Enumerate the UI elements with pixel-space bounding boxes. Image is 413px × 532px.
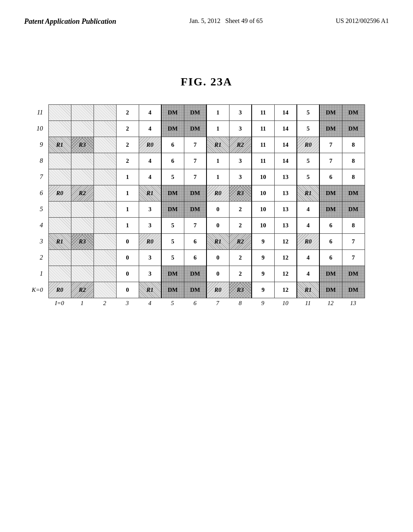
cell-11-13: DM <box>342 105 365 121</box>
cell-0-13: DM <box>342 282 365 298</box>
cell-7-2 <box>94 169 116 185</box>
row-label-9: 9 <box>26 137 46 153</box>
cell-8-8: 3 <box>229 153 252 169</box>
row-label-10: 10 <box>26 121 46 137</box>
row-label-1: 1 <box>26 266 46 282</box>
grid-row-0: R0 R2 0 R1 DM DM R0 R3 9 12 R1 DM DM <box>48 282 365 298</box>
cell-3-10: 12 <box>274 234 297 250</box>
cell-10-1 <box>71 121 94 137</box>
data-grid: 2 4 DM DM 1 3 11 14 5 DM DM 2 4 DM DM <box>48 104 365 298</box>
col-label-3: 3 <box>116 300 139 307</box>
cell-4-9: 10 <box>252 218 274 234</box>
col-label-2: 2 <box>94 300 116 307</box>
col-label-13: 13 <box>342 300 365 307</box>
cell-6-11: R1 <box>297 185 319 202</box>
cell-9-12: 7 <box>319 137 342 153</box>
cell-3-6: 6 <box>184 234 206 250</box>
cell-9-3: 2 <box>116 137 139 153</box>
cell-1-4: 3 <box>139 266 161 282</box>
patent-number: US 2012/002596 A1 <box>336 16 389 26</box>
cell-8-13: 8 <box>342 153 365 169</box>
figure-title: FIG. 23A <box>0 75 413 88</box>
cell-4-10: 13 <box>274 218 297 234</box>
cell-4-12: 6 <box>319 218 342 234</box>
cell-11-6: DM <box>184 105 206 121</box>
cell-9-9: 11 <box>252 137 274 153</box>
cell-6-8: R3 <box>229 185 252 202</box>
cell-0-12: DM <box>319 282 342 298</box>
cell-7-9: 10 <box>252 169 274 185</box>
cell-4-13: 8 <box>342 218 365 234</box>
cell-5-9: 10 <box>252 202 274 218</box>
grid-row-3: R1 R3 0 R0 5 6 R1 R2 9 12 R0 6 7 <box>48 234 365 250</box>
grid-row-2: 0 3 5 6 0 2 9 12 4 6 7 <box>48 250 365 266</box>
cell-7-1 <box>71 169 94 185</box>
cell-10-10: 14 <box>274 121 297 137</box>
cell-10-0 <box>48 121 71 137</box>
cell-0-10: 12 <box>274 282 297 298</box>
cell-0-11: R1 <box>297 282 319 298</box>
cell-1-1 <box>71 266 94 282</box>
cell-11-2 <box>94 105 116 121</box>
cell-8-0 <box>48 153 71 169</box>
grid-row-9: R1 R3 2 R0 6 7 R1 R2 11 14 R0 7 8 <box>48 137 365 153</box>
cell-10-5: DM <box>161 121 184 137</box>
cell-2-6: 6 <box>184 250 206 266</box>
sheet-text: Sheet 49 of 65 <box>225 17 263 24</box>
cell-2-9: 9 <box>252 250 274 266</box>
cell-5-8: 2 <box>229 202 252 218</box>
cell-3-12: 6 <box>319 234 342 250</box>
cell-5-5: DM <box>161 202 184 218</box>
cell-11-5: DM <box>161 105 184 121</box>
cell-5-6: DM <box>184 202 206 218</box>
cell-9-4: R0 <box>139 137 161 153</box>
cell-3-9: 9 <box>252 234 274 250</box>
cell-5-1 <box>71 202 94 218</box>
cell-11-7: 1 <box>206 105 229 121</box>
cell-2-2 <box>94 250 116 266</box>
cell-8-1 <box>71 153 94 169</box>
cell-3-3: 0 <box>116 234 139 250</box>
cell-8-4: 4 <box>139 153 161 169</box>
cell-4-8: 2 <box>229 218 252 234</box>
cell-6-9: 10 <box>252 185 274 202</box>
cell-5-0 <box>48 202 71 218</box>
cell-7-3: 1 <box>116 169 139 185</box>
cell-7-11: 5 <box>297 169 319 185</box>
cell-11-9: 11 <box>252 105 274 121</box>
cell-4-5: 5 <box>161 218 184 234</box>
cell-5-12: DM <box>319 202 342 218</box>
col-label-9: 9 <box>252 300 274 307</box>
cell-2-5: 5 <box>161 250 184 266</box>
cell-4-2 <box>94 218 116 234</box>
cell-3-0: R1 <box>48 234 71 250</box>
cell-9-1: R3 <box>71 137 94 153</box>
col-label-12: 12 <box>319 300 342 307</box>
cell-9-0: R1 <box>48 137 71 153</box>
cell-7-6: 7 <box>184 169 206 185</box>
col-label-0: I=0 <box>48 300 71 307</box>
cell-7-13: 8 <box>342 169 365 185</box>
col-label-1: 1 <box>71 300 94 307</box>
cell-1-8: 2 <box>229 266 252 282</box>
cell-0-2 <box>94 282 116 298</box>
cell-0-9: 9 <box>252 282 274 298</box>
cell-7-0 <box>48 169 71 185</box>
cell-10-4: 4 <box>139 121 161 137</box>
cell-9-10: 14 <box>274 137 297 153</box>
cell-8-12: 7 <box>319 153 342 169</box>
cell-11-12: DM <box>319 105 342 121</box>
cell-7-12: 6 <box>319 169 342 185</box>
cell-8-3: 2 <box>116 153 139 169</box>
cell-7-5: 5 <box>161 169 184 185</box>
cell-2-3: 0 <box>116 250 139 266</box>
cell-9-7: R1 <box>206 137 229 153</box>
cell-5-2 <box>94 202 116 218</box>
col-label-7: 7 <box>206 300 229 307</box>
cell-1-12: DM <box>319 266 342 282</box>
cell-9-5: 6 <box>161 137 184 153</box>
cell-5-10: 13 <box>274 202 297 218</box>
cell-8-9: 11 <box>252 153 274 169</box>
cell-2-12: 6 <box>319 250 342 266</box>
row-label-7: 7 <box>26 169 46 185</box>
